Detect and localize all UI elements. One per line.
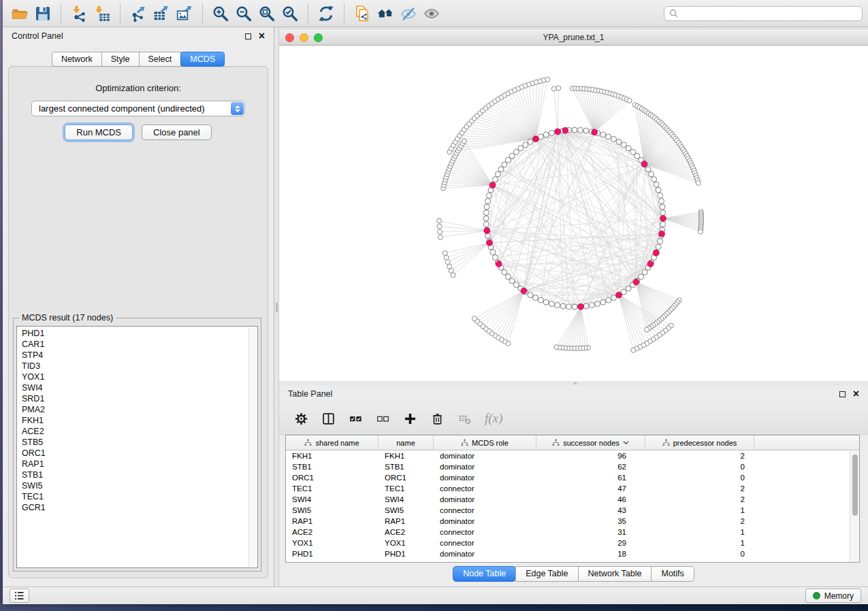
mcds-result-item[interactable]: SWI4 (22, 382, 246, 393)
table-cell: 0 (645, 550, 754, 558)
table-row[interactable]: STB1STB1dominator620 (286, 461, 859, 472)
table-scrollbar[interactable] (850, 451, 859, 562)
mcds-result-item[interactable]: FKH1 (22, 415, 246, 426)
column-header-successor-nodes[interactable]: successor nodes (536, 435, 645, 450)
show-panels-icon[interactable] (10, 589, 29, 603)
add-row-icon[interactable] (403, 412, 417, 426)
table-row[interactable]: SWI5SWI5connector431 (286, 505, 859, 516)
open-file-icon[interactable] (8, 3, 31, 24)
table-row[interactable]: YOX1YOX1connector291 (286, 538, 859, 548)
memory-button[interactable]: Memory (805, 589, 861, 603)
save-session-icon[interactable] (31, 3, 54, 24)
tab-select[interactable]: Select (139, 52, 182, 67)
toolbar-separator (308, 4, 308, 23)
table-row[interactable]: FKH1FKH1dominator962 (286, 450, 859, 461)
mcds-result-item[interactable]: STP4 (22, 350, 246, 361)
shared-column-icon (662, 439, 670, 446)
mcds-result-list[interactable]: PHD1CAR1STP4TID3YOX1SWI4SRD1PMA2FKH1ACE2… (22, 328, 246, 566)
mcds-result-item[interactable]: SRD1 (22, 393, 246, 404)
deselect-all-icon[interactable] (376, 412, 390, 426)
divider-handle[interactable] (276, 303, 278, 312)
column-header-name[interactable]: name (379, 435, 434, 450)
network-graph[interactable] (279, 46, 868, 381)
first-neighbors-icon[interactable] (374, 3, 397, 24)
float-panel-icon[interactable] (245, 33, 251, 39)
tab-mcds[interactable]: MCDS (180, 52, 225, 67)
table-row[interactable]: TEC1TEC1connector472 (286, 483, 859, 494)
table-row[interactable]: PHD1PHD1dominator180 (286, 548, 859, 559)
mcds-result-item[interactable]: PHD1 (22, 328, 246, 339)
window-zoom-button[interactable] (314, 33, 323, 42)
table-row[interactable]: RAP1RAP1dominator352 (286, 516, 859, 527)
import-table-icon[interactable] (91, 3, 114, 24)
mcds-result-item[interactable]: TEC1 (22, 491, 246, 502)
mcds-result-item[interactable]: STB5 (22, 437, 246, 448)
close-panel-button[interactable]: Close panel (142, 125, 212, 140)
column-header-MCDS-role[interactable]: MCDS role (434, 435, 536, 450)
tab-network[interactable]: Network (52, 52, 102, 67)
export-table-icon[interactable] (150, 3, 173, 24)
shared-column-icon (552, 439, 560, 446)
table-toolbar: f(x) (279, 403, 868, 435)
hide-selected-icon[interactable] (397, 3, 420, 24)
mcds-result-item[interactable]: PMA2 (22, 404, 246, 415)
memory-indicator-dot (813, 592, 820, 599)
fx-icon[interactable]: f(x) (485, 411, 502, 426)
mcds-result-item[interactable]: GCR1 (22, 502, 246, 513)
mcds-result-item[interactable]: ACE2 (22, 426, 246, 437)
network-window-titlebar[interactable]: YPA_prune.txt_1 (279, 30, 868, 46)
network-view-canvas[interactable] (279, 46, 868, 381)
close-panel-icon[interactable]: × (853, 389, 859, 399)
mcds-result-item[interactable]: ORC1 (22, 448, 246, 459)
mcds-result-item[interactable]: TID3 (22, 361, 246, 371)
mcds-result-item[interactable]: STB1 (22, 469, 246, 480)
mcds-tab-content: Optimization criterion: largest connecte… (8, 66, 268, 578)
column-header-predecessor-nodes[interactable]: predecessor nodes (645, 435, 754, 450)
table-row[interactable]: ORC1ORC1dominator610 (286, 472, 859, 483)
tab-style[interactable]: Style (101, 52, 140, 67)
zoom-selected-icon[interactable] (278, 3, 302, 24)
mcds-result-item[interactable]: YOX1 (22, 371, 246, 382)
import-network-icon[interactable] (67, 3, 91, 24)
mcds-result-item[interactable]: SWI5 (22, 480, 246, 491)
clear-table-icon[interactable] (457, 412, 472, 426)
optimization-criterion-label: Optimization criterion: (9, 83, 268, 93)
delete-row-icon[interactable] (430, 412, 445, 426)
criterion-dropdown[interactable]: largest connected component (undirected) (31, 101, 245, 116)
search-icon (669, 9, 678, 18)
zoom-out-icon[interactable] (232, 3, 255, 24)
mcds-list-scrollbar[interactable] (248, 327, 257, 567)
mcds-result-item[interactable]: CAR1 (22, 339, 246, 350)
table-row[interactable]: ACE2ACE2connector311 (286, 527, 859, 538)
window-minimize-button[interactable] (300, 33, 308, 42)
refresh-icon[interactable] (315, 3, 338, 24)
table-tab-node-table[interactable]: Node Table (453, 566, 516, 582)
clone-network-icon[interactable] (351, 3, 374, 24)
table-tab-network-table[interactable]: Network Table (578, 566, 652, 582)
zoom-fit-icon[interactable] (255, 3, 278, 24)
table-row[interactable]: SWI4SWI4dominator462 (286, 494, 859, 505)
search-input[interactable] (681, 9, 857, 18)
toolbar-separator (202, 4, 203, 23)
float-panel-icon[interactable] (839, 391, 846, 397)
scrollbar-thumb[interactable] (852, 455, 858, 516)
mcds-result-item[interactable]: RAP1 (22, 459, 246, 469)
export-network-icon[interactable] (127, 3, 150, 24)
main-toolbar (3, 0, 868, 27)
table-tab-edge-table[interactable]: Edge Table (515, 566, 578, 582)
close-panel-icon[interactable]: × (259, 31, 265, 42)
divider-handle[interactable] (574, 382, 577, 384)
column-header-shared-name[interactable]: shared name (286, 435, 379, 450)
vertical-split-divider[interactable] (274, 27, 279, 587)
show-columns-icon[interactable] (321, 412, 336, 426)
table-tabs: Node TableEdge TableNetwork TableMotifs (279, 566, 868, 582)
mcds-result-box: PHD1CAR1STP4TID3YOX1SWI4SRD1PMA2FKH1ACE2… (16, 326, 258, 568)
table-tab-motifs[interactable]: Motifs (651, 566, 694, 582)
table-options-icon[interactable] (294, 412, 308, 426)
export-image-icon[interactable] (173, 3, 196, 24)
window-close-button[interactable] (285, 33, 294, 42)
select-all-icon[interactable] (349, 412, 363, 426)
zoom-in-icon[interactable] (209, 3, 232, 24)
run-mcds-button[interactable]: Run MCDS (65, 125, 133, 140)
show-all-icon[interactable] (420, 3, 443, 24)
